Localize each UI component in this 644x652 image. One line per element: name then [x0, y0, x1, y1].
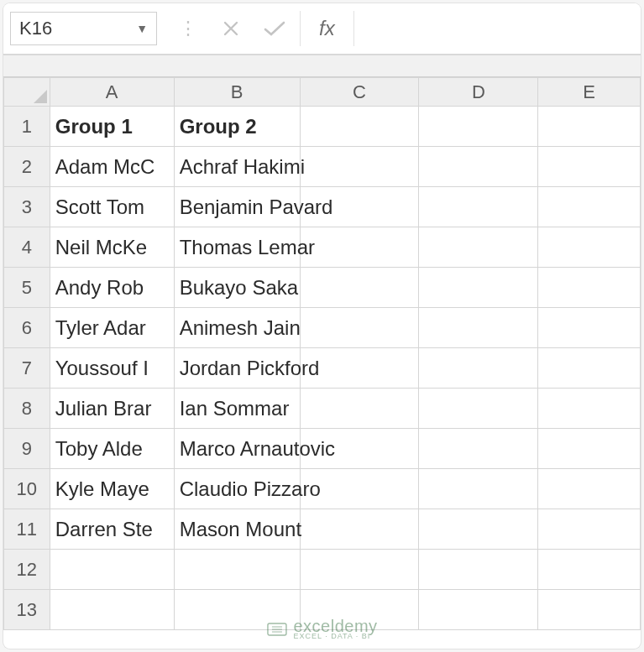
cell-A1[interactable]: Group 1	[50, 107, 174, 147]
drag-handle-icon: ⋮	[179, 18, 197, 39]
row-header[interactable]: 13	[4, 590, 50, 630]
cell-B7[interactable]: Jordan Pickford	[174, 348, 300, 389]
cell-D13[interactable]	[419, 590, 538, 630]
row-header[interactable]: 2	[4, 147, 50, 187]
table-row: 11Darren SteMason Mount	[4, 509, 641, 550]
cell-D10[interactable]	[419, 469, 538, 509]
row-header[interactable]: 5	[4, 268, 50, 308]
cell-D2[interactable]	[419, 147, 538, 187]
cell-A6[interactable]: Tyler Adar	[50, 308, 174, 348]
cell-E12[interactable]	[538, 550, 641, 590]
row-header[interactable]: 11	[4, 509, 50, 550]
cell-A5[interactable]: Andy Rob	[50, 268, 174, 308]
cell-B10[interactable]: Claudio Pizzaro	[174, 469, 300, 509]
cell-A9[interactable]: Toby Alde	[50, 429, 174, 469]
cell-B13[interactable]	[174, 590, 300, 630]
select-all-corner[interactable]	[4, 78, 50, 107]
cell-E6[interactable]	[538, 308, 641, 348]
cell-C11[interactable]	[300, 509, 419, 550]
cell-D9[interactable]	[419, 429, 538, 469]
row-header[interactable]: 9	[4, 429, 50, 469]
cell-A10[interactable]: Kyle Maye	[50, 469, 174, 509]
table-row: 13	[4, 590, 641, 630]
cell-C2[interactable]	[300, 147, 419, 187]
row-header[interactable]: 12	[4, 550, 50, 590]
cell-C13[interactable]	[300, 590, 419, 630]
cell-E1[interactable]	[538, 107, 641, 147]
divider	[353, 11, 354, 46]
table-row: 12	[4, 550, 641, 590]
col-header-B[interactable]: B	[174, 78, 300, 107]
cell-D7[interactable]	[419, 348, 538, 389]
name-box[interactable]: K16 ▼	[10, 12, 157, 45]
cell-B1[interactable]: Group 2	[174, 107, 300, 147]
cell-A7[interactable]: Youssouf I	[50, 348, 174, 389]
cell-D11[interactable]	[419, 509, 538, 550]
cell-C8[interactable]	[300, 389, 419, 429]
table-row: 2Adam McCAchraf Hakimi	[4, 147, 641, 187]
row-header[interactable]: 7	[4, 348, 50, 389]
col-header-E[interactable]: E	[538, 78, 641, 107]
cell-E5[interactable]	[538, 268, 641, 308]
cell-C4[interactable]	[300, 227, 419, 268]
cell-B11[interactable]: Mason Mount	[174, 509, 300, 550]
cell-A4[interactable]: Neil McKe	[50, 227, 174, 268]
cell-D12[interactable]	[419, 550, 538, 590]
cell-C5[interactable]	[300, 268, 419, 308]
grid-area[interactable]: A B C D E 1Group 1Group 22Adam McCAchraf…	[3, 77, 641, 649]
cell-A11[interactable]: Darren Ste	[50, 509, 174, 550]
confirm-button	[253, 12, 296, 45]
col-header-D[interactable]: D	[419, 78, 538, 107]
table-row: 1Group 1Group 2	[4, 107, 641, 147]
cell-E8[interactable]	[538, 389, 641, 429]
row-header[interactable]: 6	[4, 308, 50, 348]
cell-D8[interactable]	[419, 389, 538, 429]
fx-label[interactable]: fx	[304, 17, 350, 40]
cell-E4[interactable]	[538, 227, 641, 268]
formula-input[interactable]	[358, 12, 634, 45]
col-header-A[interactable]: A	[50, 78, 174, 107]
cell-D5[interactable]	[419, 268, 538, 308]
cell-A8[interactable]: Julian Brar	[50, 389, 174, 429]
cell-B9[interactable]: Marco Arnautovic	[174, 429, 300, 469]
cell-E7[interactable]	[538, 348, 641, 389]
cell-C12[interactable]	[300, 550, 419, 590]
chevron-down-icon[interactable]: ▼	[136, 22, 148, 35]
cell-A3[interactable]: Scott Tom	[50, 187, 174, 227]
name-box-value: K16	[19, 18, 52, 39]
cell-B6[interactable]: Animesh Jain	[174, 308, 300, 348]
cell-B2[interactable]: Achraf Hakimi	[174, 147, 300, 187]
row-header[interactable]: 10	[4, 469, 50, 509]
cell-E3[interactable]	[538, 187, 641, 227]
row-header[interactable]: 8	[4, 389, 50, 429]
row-header[interactable]: 1	[4, 107, 50, 147]
cell-A13[interactable]	[50, 590, 174, 630]
select-all-triangle-icon	[34, 90, 47, 103]
close-icon	[223, 20, 239, 37]
col-header-C[interactable]: C	[300, 78, 419, 107]
cell-E11[interactable]	[538, 509, 641, 550]
cell-D6[interactable]	[419, 308, 538, 348]
row-header[interactable]: 3	[4, 187, 50, 227]
cell-E2[interactable]	[538, 147, 641, 187]
cell-D3[interactable]	[419, 187, 538, 227]
cell-B3[interactable]: Benjamin Pavard	[174, 187, 300, 227]
cell-B5[interactable]: Bukayo Saka	[174, 268, 300, 308]
divider	[300, 11, 301, 46]
cell-B4[interactable]: Thomas Lemar	[174, 227, 300, 268]
cell-E13[interactable]	[538, 590, 641, 630]
table-row: 3Scott TomBenjamin Pavard	[4, 187, 641, 227]
spreadsheet-grid[interactable]: A B C D E 1Group 1Group 22Adam McCAchraf…	[3, 77, 641, 630]
cell-C1[interactable]	[300, 107, 419, 147]
cell-E9[interactable]	[538, 429, 641, 469]
cell-B8[interactable]: Ian Sommar	[174, 389, 300, 429]
cell-D1[interactable]	[419, 107, 538, 147]
cell-B12[interactable]	[174, 550, 300, 590]
cell-A12[interactable]	[50, 550, 174, 590]
table-row: 5Andy RobBukayo Saka	[4, 268, 641, 308]
cell-C6[interactable]	[300, 308, 419, 348]
row-header[interactable]: 4	[4, 227, 50, 268]
cell-E10[interactable]	[538, 469, 641, 509]
cell-D4[interactable]	[419, 227, 538, 268]
cell-A2[interactable]: Adam McC	[50, 147, 174, 187]
